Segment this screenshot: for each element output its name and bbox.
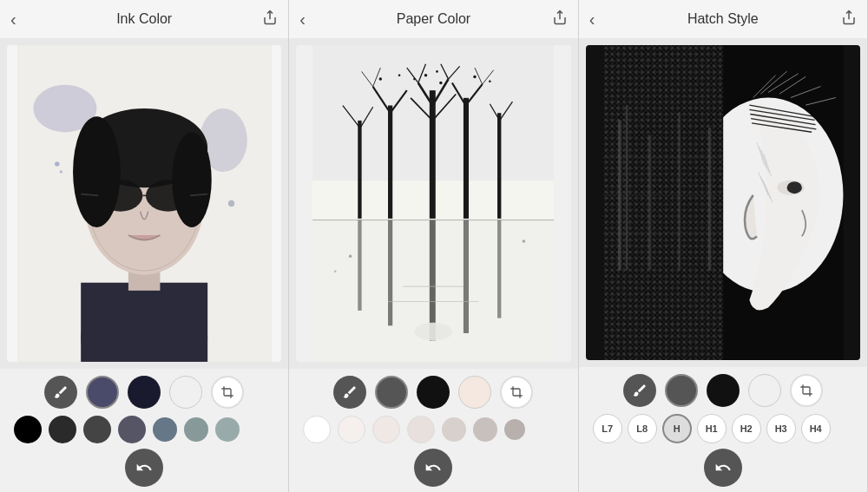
ink-action-row [10,449,278,487]
paper-back-button[interactable]: ‹ [299,10,306,30]
hatch-undo-button[interactable] [704,449,742,487]
paper-brush-button[interactable] [333,376,366,409]
paper-swatch-2[interactable] [372,416,400,443]
hatch-brush-button[interactable] [623,374,656,407]
paper-color-panel: ‹ Paper Color [289,0,578,492]
hatch-style-panel: ‹ Hatch Style [579,0,868,492]
paper-top-row [299,376,567,409]
ink-share-button[interactable] [262,10,278,30]
svg-point-10 [73,116,121,227]
paper-swatch-5[interactable] [473,417,497,442]
hatch-buttons-row: L7 L8 H H1 H2 H3 H4 [589,414,857,443]
hatch-color-1[interactable] [665,374,698,407]
svg-point-72 [786,181,801,194]
paper-color-header: ‹ Paper Color [289,0,577,38]
paper-swatch-1[interactable] [338,416,365,443]
paper-colors-row [299,416,567,443]
paper-color-2[interactable] [417,376,450,409]
paper-swatch-4[interactable] [442,417,466,442]
svg-rect-93 [648,135,650,271]
svg-rect-90 [603,45,723,360]
paper-share-button[interactable] [552,10,568,30]
hatch-btn-h1[interactable]: H1 [697,414,727,443]
paper-crop-button[interactable] [500,376,533,409]
svg-rect-58 [430,220,436,341]
ink-color-3[interactable] [169,376,202,409]
hatch-btn-l7[interactable]: L7 [593,414,622,443]
hatch-btn-l8[interactable]: L8 [628,414,657,443]
svg-point-19 [228,200,234,207]
svg-rect-5 [81,283,207,362]
ink-undo-button[interactable] [125,449,163,487]
ink-swatch-6[interactable] [215,417,240,442]
svg-point-68 [334,270,337,272]
paper-bottom-controls [289,369,577,492]
paper-color-title: Paper Color [397,11,470,27]
ink-color-title: Ink Color [116,11,172,27]
svg-rect-62 [497,220,501,318]
paper-image [296,45,570,362]
paper-color-1[interactable] [375,376,408,409]
ink-swatch-0[interactable] [14,416,42,443]
ink-swatch-1[interactable] [49,416,76,443]
svg-point-12 [98,180,142,212]
svg-point-67 [523,239,525,242]
svg-rect-92 [625,105,628,270]
svg-point-18 [60,170,63,174]
svg-point-55 [489,80,491,82]
hatch-back-button[interactable]: ‹ [589,10,595,30]
ink-color-header: ‹ Ink Color [0,0,288,38]
ink-crop-button[interactable] [211,376,244,409]
hatch-share-button[interactable] [841,10,857,30]
hatch-btn-h4[interactable]: H4 [801,414,831,443]
ink-swatch-5[interactable] [184,417,208,442]
ink-swatch-4[interactable] [153,417,177,442]
ink-brush-button[interactable] [44,376,77,409]
ink-color-1[interactable] [86,376,119,409]
ink-top-row [10,376,278,409]
svg-point-11 [172,132,212,227]
hatch-bottom-controls: L7 L8 H H1 H2 H3 H4 [579,367,867,492]
ink-swatch-2[interactable] [83,416,111,443]
svg-point-66 [349,255,352,258]
svg-point-13 [146,180,190,212]
svg-point-48 [424,74,427,76]
svg-rect-95 [708,128,711,270]
svg-point-50 [413,78,416,81]
ink-color-2[interactable] [128,376,161,409]
hatch-btn-h3[interactable]: H3 [766,414,796,443]
hatch-action-row [589,449,857,487]
ink-colors-row [10,416,278,443]
paper-color-3[interactable] [458,376,491,409]
svg-point-53 [398,74,401,76]
ink-image [7,45,281,362]
ink-bottom-controls [0,369,288,492]
paper-image-area [289,38,577,369]
hatch-color-2[interactable] [707,374,740,407]
hatch-image [586,45,860,360]
paper-action-row [299,449,567,487]
hatch-top-row [589,374,857,407]
hatch-btn-h2[interactable]: H2 [732,414,761,443]
hatch-image-area [579,38,867,367]
svg-point-54 [474,75,477,78]
ink-swatch-3[interactable] [118,416,146,443]
svg-point-49 [437,70,439,73]
svg-rect-60 [464,220,469,333]
paper-swatch-3[interactable] [407,416,435,443]
hatch-btn-h[interactable]: H [662,414,692,443]
ink-color-panel: ‹ Ink Color [0,0,289,492]
svg-point-17 [55,161,59,166]
ink-image-area [0,38,288,369]
hatch-crop-button[interactable] [790,374,823,407]
svg-point-65 [415,323,452,341]
ink-back-button[interactable]: ‹ [10,10,16,30]
svg-rect-94 [678,113,681,271]
paper-undo-button[interactable] [414,449,452,487]
svg-point-51 [439,82,442,84]
paper-swatch-6[interactable] [504,419,525,440]
paper-swatch-0[interactable] [303,416,331,443]
svg-point-52 [379,77,382,80]
hatch-color-3[interactable] [748,374,781,407]
hatch-style-header: ‹ Hatch Style [579,0,867,38]
